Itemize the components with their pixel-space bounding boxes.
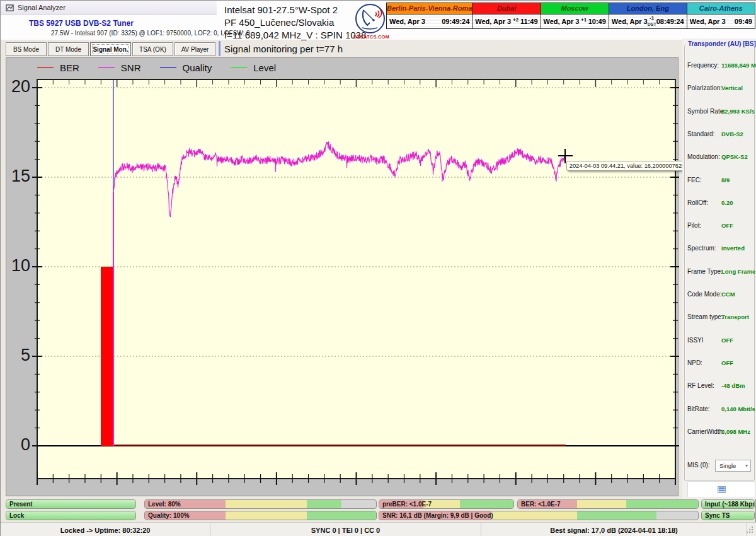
clock-time: 08:49:24	[656, 18, 684, 25]
indicator-fill	[6, 511, 135, 520]
target-location: PF 450_Lučenec/Slovakia	[224, 16, 366, 29]
clock-time: 09:49	[735, 18, 752, 25]
dxsatcs-logo: DXSATCS.COM	[353, 4, 386, 42]
splitter-handle[interactable]	[219, 41, 220, 56]
transponder-value: 11688,849 MHz	[721, 62, 756, 69]
ber-spike-bar	[101, 267, 113, 446]
indicator-label: Sync TS	[705, 511, 730, 520]
transponder-label: Polarization:	[687, 84, 722, 91]
clock-offset-value: +2	[513, 17, 518, 23]
mis-label: MIS (0):	[687, 462, 710, 469]
transponder-panel: Transponder (AU) [BS] Frequency:11688,84…	[682, 38, 756, 499]
transponder-row-carrierwidth-: CarrierWidth:0,098 MHz	[682, 428, 756, 437]
clock-city-label: London, Eng	[609, 3, 687, 15]
transport-list-button[interactable]	[687, 481, 755, 498]
transponder-value: 8/9	[721, 177, 730, 184]
indicator-sync-ts: Sync TS	[701, 511, 755, 520]
transponder-row-stream-type-: Stream type:Transport	[682, 313, 756, 322]
tab-tsa-ok-[interactable]: TSA (OK)	[132, 42, 173, 56]
clock-date: Wed, Apr 3	[475, 18, 511, 25]
tab-av-player[interactable]: AV Player	[175, 42, 215, 56]
tab-signal-mon-[interactable]: Signal Mon.	[90, 42, 131, 56]
transponder-label: Frequency:	[687, 62, 719, 69]
clock-date: Wed, Apr 3	[544, 18, 580, 25]
clock-london-eng: London, EngWed, Apr 3-1DST08:49:24	[609, 3, 687, 29]
clock-cairo-athens: Cairo-AthensWed, Apr 309:49	[687, 3, 755, 29]
transponder-value: Inverted	[721, 245, 745, 252]
clock-city-label: Berlin-Paris-Vienna-Roma	[387, 3, 472, 15]
transponder-row-pilot-: Pilot:OFF	[682, 222, 756, 231]
indicator-quality: Quality: 100%	[144, 511, 377, 520]
transponder-value: Vertical	[721, 84, 743, 91]
transponder-label: BitRate:	[687, 405, 710, 412]
transponder-value: 0.20	[721, 199, 733, 206]
signal-monitoring-chart[interactable]: BERSNRQualityLevel 20151050 2024-04-03 0…	[6, 57, 679, 496]
transponder-value: 0,140 Mbit/s	[721, 405, 755, 412]
indicator-label: preBER: <1.0E-7	[382, 500, 432, 508]
indicator-present: Present	[6, 499, 136, 509]
indicator-label: SNR: 16,1 dB (Margin: 9,9 dB | Good)	[382, 511, 493, 520]
transponder-value: -48 dBm	[721, 382, 745, 389]
tab-dt-mode[interactable]: DT Mode	[48, 42, 89, 56]
transponder-label: Modulation:	[687, 153, 720, 160]
indicator-ber: BER: <1.0E-7	[517, 499, 699, 509]
indicator-label: Present	[9, 500, 33, 508]
clock-date: Wed, Apr 3	[690, 18, 726, 25]
transponder-label: Standard:	[687, 131, 714, 137]
clock-time-row: Wed, Apr 309:49:24	[387, 15, 472, 28]
clock-dubai: DubaiWed, Apr 3+211:49	[472, 3, 541, 29]
device-subtitle: 27.5W - Intelsat 907 (ID: 3325) @ LOF1: …	[51, 30, 250, 37]
clock-city-label: Dubai	[472, 3, 540, 15]
resize-grip[interactable]	[745, 525, 754, 534]
indicator-label: Lock	[9, 511, 24, 520]
clock-time: 11:49	[520, 18, 538, 25]
app-icon	[6, 4, 14, 12]
transponder-label: Code Mode:	[687, 291, 721, 298]
transponder-row-bitrate-: BitRate:0,140 Mbit/s	[682, 405, 756, 414]
transponder-row-rf-level-: RF Level:-48 dBm	[682, 382, 756, 391]
value-tooltip: 2024-04-03 09.44.21, value: 16,200000762…	[566, 161, 698, 171]
indicator-level: Level: 80%	[144, 499, 377, 509]
plot-area[interactable]	[6, 58, 679, 497]
target-frequency: f=11 689,042 MHz_V : SPIN 1038	[224, 29, 366, 42]
clock-time: 10:49	[588, 18, 606, 25]
target-satellite: Intelsat 901-27.5°W-Spot 2	[224, 4, 366, 16]
world-clocks: Berlin-Paris-Vienna-RomaWed, Apr 309:49:…	[386, 3, 755, 29]
transponder-label: RollOff:	[687, 199, 708, 206]
mode-tabs: BS ModeDT ModeSignal Mon.TSA (OK)AV Play…	[6, 42, 215, 56]
transponder-row-issyi: ISSYIOFF	[682, 337, 756, 346]
transponder-value: 82,993 KS/s	[721, 108, 755, 115]
statusbar-section-0: Locked -> Uptime: 80:32:20	[1, 523, 210, 536]
indicator-snr: SNR: 16,1 dB (Margin: 9,9 dB | Good)	[379, 511, 699, 520]
transponder-label: Frame Type:	[687, 268, 723, 275]
indicator-input-kbps-: Input (~188 Kbps)	[701, 499, 755, 509]
transponder-label: Symbol Rate:	[687, 108, 725, 115]
indicator-lock: Lock	[6, 511, 136, 520]
clock-moscow: MoscowWed, Apr 3+110:49	[541, 3, 609, 29]
transponder-label: ISSYI	[687, 337, 704, 344]
transponder-value: 0,098 MHz	[721, 428, 750, 435]
transponder-row-frame-type-: Frame Type:Long Frame	[682, 268, 756, 277]
signal-analyzer-window: Signal Analyzer TBS 5927 USB DVB-S2 Tune…	[0, 0, 756, 536]
transponder-row-rolloff-: RollOff:0.20	[682, 199, 756, 208]
indicator-label: Input (~188 Kbps)	[705, 500, 755, 508]
transponder-row-modulation-: Modulation:QPSK-S2	[682, 153, 756, 162]
transponder-row-standard-: Standard:DVB-S2	[682, 131, 756, 139]
clock-time-row: Wed, Apr 3+110:49	[541, 15, 609, 28]
satellite-dish-icon	[355, 4, 385, 33]
window-title: Signal Analyzer	[18, 4, 66, 11]
clock-time-row: Wed, Apr 3+211:49	[472, 15, 540, 28]
clock-utc-offset: -1DST	[648, 16, 656, 27]
transponder-label: RF Level:	[687, 382, 714, 389]
monitoring-title: Signal monitoring per t=77 h	[224, 44, 343, 54]
transponder-label: Spectrum:	[687, 245, 716, 252]
transponder-value: Transport	[721, 313, 749, 320]
mis-dropdown[interactable]: Single ▾	[715, 460, 751, 472]
title-bar: Signal Analyzer	[1, 1, 217, 15]
transponder-value: QPSK-S2	[721, 153, 748, 160]
transponder-title: Transponder (AU) [BS]	[686, 40, 756, 47]
chevron-down-icon: ▾	[745, 463, 748, 469]
transponder-value: Long Frame	[721, 268, 755, 275]
tab-bs-mode[interactable]: BS Mode	[6, 42, 47, 56]
clock-time-row: Wed, Apr 309:49	[687, 15, 755, 28]
